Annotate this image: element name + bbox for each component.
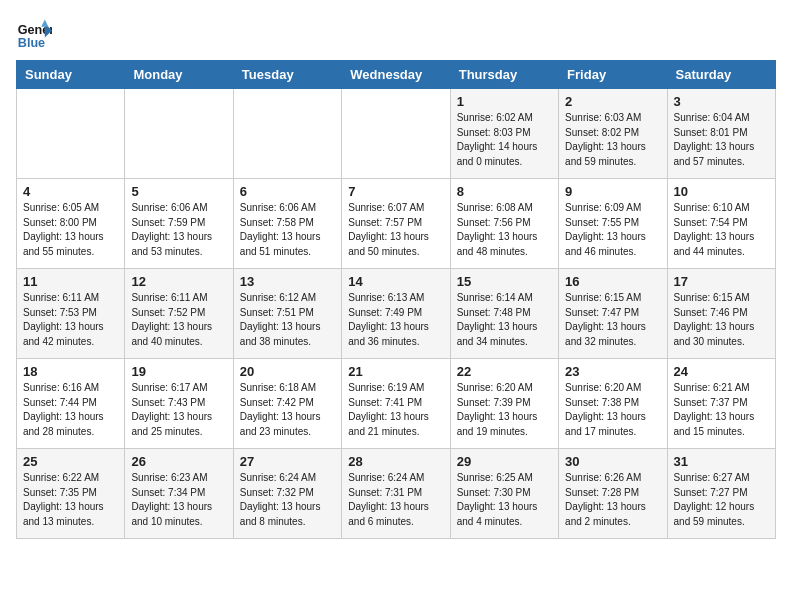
calendar-cell: 22Sunrise: 6:20 AMSunset: 7:39 PMDayligh…	[450, 359, 558, 449]
day-number: 8	[457, 184, 552, 199]
day-info: Sunrise: 6:06 AMSunset: 7:59 PMDaylight:…	[131, 201, 226, 259]
day-number: 30	[565, 454, 660, 469]
logo-icon: General Blue	[16, 16, 52, 52]
calendar-week-row: 18Sunrise: 6:16 AMSunset: 7:44 PMDayligh…	[17, 359, 776, 449]
day-number: 11	[23, 274, 118, 289]
calendar-cell: 26Sunrise: 6:23 AMSunset: 7:34 PMDayligh…	[125, 449, 233, 539]
calendar-cell: 4Sunrise: 6:05 AMSunset: 8:00 PMDaylight…	[17, 179, 125, 269]
page-header: General Blue	[16, 16, 776, 52]
calendar-cell: 7Sunrise: 6:07 AMSunset: 7:57 PMDaylight…	[342, 179, 450, 269]
day-number: 25	[23, 454, 118, 469]
day-header-friday: Friday	[559, 61, 667, 89]
day-info: Sunrise: 6:11 AMSunset: 7:53 PMDaylight:…	[23, 291, 118, 349]
day-number: 6	[240, 184, 335, 199]
calendar-cell	[17, 89, 125, 179]
calendar-table: SundayMondayTuesdayWednesdayThursdayFrid…	[16, 60, 776, 539]
day-info: Sunrise: 6:17 AMSunset: 7:43 PMDaylight:…	[131, 381, 226, 439]
day-number: 20	[240, 364, 335, 379]
day-info: Sunrise: 6:22 AMSunset: 7:35 PMDaylight:…	[23, 471, 118, 529]
calendar-cell: 6Sunrise: 6:06 AMSunset: 7:58 PMDaylight…	[233, 179, 341, 269]
calendar-header-row: SundayMondayTuesdayWednesdayThursdayFrid…	[17, 61, 776, 89]
day-info: Sunrise: 6:15 AMSunset: 7:47 PMDaylight:…	[565, 291, 660, 349]
calendar-cell: 9Sunrise: 6:09 AMSunset: 7:55 PMDaylight…	[559, 179, 667, 269]
day-info: Sunrise: 6:03 AMSunset: 8:02 PMDaylight:…	[565, 111, 660, 169]
day-info: Sunrise: 6:14 AMSunset: 7:48 PMDaylight:…	[457, 291, 552, 349]
day-header-thursday: Thursday	[450, 61, 558, 89]
calendar-week-row: 25Sunrise: 6:22 AMSunset: 7:35 PMDayligh…	[17, 449, 776, 539]
day-number: 16	[565, 274, 660, 289]
calendar-cell: 1Sunrise: 6:02 AMSunset: 8:03 PMDaylight…	[450, 89, 558, 179]
day-number: 14	[348, 274, 443, 289]
calendar-cell: 23Sunrise: 6:20 AMSunset: 7:38 PMDayligh…	[559, 359, 667, 449]
day-number: 5	[131, 184, 226, 199]
day-info: Sunrise: 6:02 AMSunset: 8:03 PMDaylight:…	[457, 111, 552, 169]
calendar-cell: 5Sunrise: 6:06 AMSunset: 7:59 PMDaylight…	[125, 179, 233, 269]
calendar-cell	[233, 89, 341, 179]
calendar-cell: 15Sunrise: 6:14 AMSunset: 7:48 PMDayligh…	[450, 269, 558, 359]
day-number: 10	[674, 184, 769, 199]
day-info: Sunrise: 6:23 AMSunset: 7:34 PMDaylight:…	[131, 471, 226, 529]
calendar-cell: 11Sunrise: 6:11 AMSunset: 7:53 PMDayligh…	[17, 269, 125, 359]
calendar-cell: 24Sunrise: 6:21 AMSunset: 7:37 PMDayligh…	[667, 359, 775, 449]
day-info: Sunrise: 6:15 AMSunset: 7:46 PMDaylight:…	[674, 291, 769, 349]
day-number: 1	[457, 94, 552, 109]
svg-text:Blue: Blue	[18, 36, 45, 50]
calendar-week-row: 11Sunrise: 6:11 AMSunset: 7:53 PMDayligh…	[17, 269, 776, 359]
day-header-tuesday: Tuesday	[233, 61, 341, 89]
day-number: 19	[131, 364, 226, 379]
day-info: Sunrise: 6:09 AMSunset: 7:55 PMDaylight:…	[565, 201, 660, 259]
day-number: 9	[565, 184, 660, 199]
day-number: 22	[457, 364, 552, 379]
calendar-cell: 25Sunrise: 6:22 AMSunset: 7:35 PMDayligh…	[17, 449, 125, 539]
day-number: 23	[565, 364, 660, 379]
calendar-cell	[125, 89, 233, 179]
day-info: Sunrise: 6:18 AMSunset: 7:42 PMDaylight:…	[240, 381, 335, 439]
day-header-wednesday: Wednesday	[342, 61, 450, 89]
calendar-cell: 16Sunrise: 6:15 AMSunset: 7:47 PMDayligh…	[559, 269, 667, 359]
calendar-cell: 31Sunrise: 6:27 AMSunset: 7:27 PMDayligh…	[667, 449, 775, 539]
day-info: Sunrise: 6:16 AMSunset: 7:44 PMDaylight:…	[23, 381, 118, 439]
calendar-cell: 10Sunrise: 6:10 AMSunset: 7:54 PMDayligh…	[667, 179, 775, 269]
calendar-cell: 20Sunrise: 6:18 AMSunset: 7:42 PMDayligh…	[233, 359, 341, 449]
calendar-cell: 19Sunrise: 6:17 AMSunset: 7:43 PMDayligh…	[125, 359, 233, 449]
calendar-cell: 30Sunrise: 6:26 AMSunset: 7:28 PMDayligh…	[559, 449, 667, 539]
day-number: 21	[348, 364, 443, 379]
calendar-week-row: 1Sunrise: 6:02 AMSunset: 8:03 PMDaylight…	[17, 89, 776, 179]
calendar-week-row: 4Sunrise: 6:05 AMSunset: 8:00 PMDaylight…	[17, 179, 776, 269]
calendar-cell: 2Sunrise: 6:03 AMSunset: 8:02 PMDaylight…	[559, 89, 667, 179]
day-info: Sunrise: 6:07 AMSunset: 7:57 PMDaylight:…	[348, 201, 443, 259]
day-info: Sunrise: 6:27 AMSunset: 7:27 PMDaylight:…	[674, 471, 769, 529]
day-info: Sunrise: 6:24 AMSunset: 7:32 PMDaylight:…	[240, 471, 335, 529]
day-number: 12	[131, 274, 226, 289]
day-info: Sunrise: 6:08 AMSunset: 7:56 PMDaylight:…	[457, 201, 552, 259]
day-number: 28	[348, 454, 443, 469]
day-info: Sunrise: 6:24 AMSunset: 7:31 PMDaylight:…	[348, 471, 443, 529]
day-number: 26	[131, 454, 226, 469]
day-number: 17	[674, 274, 769, 289]
calendar-cell: 14Sunrise: 6:13 AMSunset: 7:49 PMDayligh…	[342, 269, 450, 359]
day-header-monday: Monday	[125, 61, 233, 89]
day-number: 18	[23, 364, 118, 379]
day-number: 15	[457, 274, 552, 289]
logo: General Blue	[16, 16, 56, 52]
calendar-cell: 12Sunrise: 6:11 AMSunset: 7:52 PMDayligh…	[125, 269, 233, 359]
day-info: Sunrise: 6:10 AMSunset: 7:54 PMDaylight:…	[674, 201, 769, 259]
day-info: Sunrise: 6:04 AMSunset: 8:01 PMDaylight:…	[674, 111, 769, 169]
day-number: 3	[674, 94, 769, 109]
day-number: 7	[348, 184, 443, 199]
day-info: Sunrise: 6:11 AMSunset: 7:52 PMDaylight:…	[131, 291, 226, 349]
day-info: Sunrise: 6:05 AMSunset: 8:00 PMDaylight:…	[23, 201, 118, 259]
day-info: Sunrise: 6:06 AMSunset: 7:58 PMDaylight:…	[240, 201, 335, 259]
day-number: 4	[23, 184, 118, 199]
day-info: Sunrise: 6:26 AMSunset: 7:28 PMDaylight:…	[565, 471, 660, 529]
day-header-saturday: Saturday	[667, 61, 775, 89]
day-number: 13	[240, 274, 335, 289]
calendar-cell: 13Sunrise: 6:12 AMSunset: 7:51 PMDayligh…	[233, 269, 341, 359]
calendar-cell: 29Sunrise: 6:25 AMSunset: 7:30 PMDayligh…	[450, 449, 558, 539]
day-info: Sunrise: 6:25 AMSunset: 7:30 PMDaylight:…	[457, 471, 552, 529]
calendar-cell: 8Sunrise: 6:08 AMSunset: 7:56 PMDaylight…	[450, 179, 558, 269]
calendar-cell: 21Sunrise: 6:19 AMSunset: 7:41 PMDayligh…	[342, 359, 450, 449]
day-info: Sunrise: 6:20 AMSunset: 7:39 PMDaylight:…	[457, 381, 552, 439]
day-number: 29	[457, 454, 552, 469]
day-number: 24	[674, 364, 769, 379]
